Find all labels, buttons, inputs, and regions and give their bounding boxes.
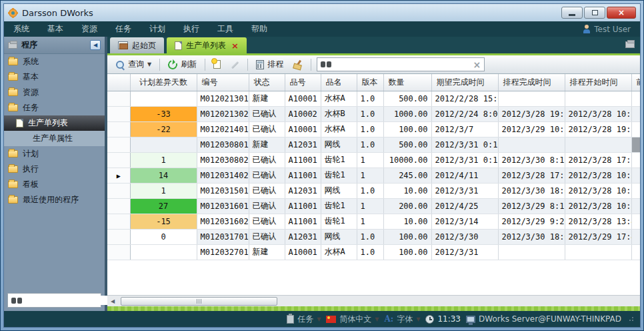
cell-name[interactable]: 齿轮1	[321, 168, 357, 183]
new-button[interactable]	[211, 59, 223, 70]
cell-name[interactable]: 水杯A	[321, 121, 357, 137]
cell-name[interactable]: 水杯A	[321, 91, 357, 106]
cell-ver[interactable]: 1.0	[357, 183, 383, 198]
tab-start-page[interactable]: 起始页	[110, 37, 164, 53]
cell-diff[interactable]	[130, 137, 197, 152]
column-header-diff[interactable]: 计划差异天数	[130, 74, 197, 91]
cell-item[interactable]: A12031	[285, 229, 321, 244]
cell-qty[interactable]: 10000.00	[383, 152, 431, 168]
cell-sched_end[interactable]: 2012/3/30 18:00	[498, 183, 565, 198]
cell-item[interactable]: A11001	[285, 168, 321, 183]
row-selector-cell[interactable]	[107, 229, 130, 244]
cell-name[interactable]: 网线	[321, 183, 357, 198]
grid-search-input[interactable]	[335, 60, 469, 69]
cell-diff[interactable]: 1	[130, 152, 197, 168]
tab-production-order-list[interactable]: 生产单列表 ×	[167, 37, 247, 53]
sidebar-item-生产单列表[interactable]: 生产单列表	[4, 115, 105, 131]
row-selector-cell[interactable]	[107, 106, 130, 121]
cell-due[interactable]: 2012/3/31 0:10	[431, 137, 498, 152]
cell-ver[interactable]: 1.0	[357, 106, 383, 121]
cell-qty[interactable]: 10.00	[383, 214, 431, 229]
cell-diff[interactable]: -22	[130, 121, 197, 137]
cell-sched_end[interactable]: 2012/3/30 18:00	[498, 229, 565, 244]
sidebar-item-计划[interactable]: 计划	[4, 146, 105, 161]
edit-button[interactable]	[227, 59, 242, 71]
grid-search-clear-icon[interactable]: ×	[473, 59, 481, 70]
menu-item-工具[interactable]: 工具	[217, 23, 233, 35]
cell-sched_end[interactable]: 2012/3/29 9:20	[498, 214, 565, 229]
cell-item[interactable]: A10001	[285, 91, 321, 106]
cell-diff[interactable]	[130, 91, 197, 106]
cell-diff[interactable]: 27	[130, 198, 197, 214]
cell-name[interactable]: 网线	[321, 137, 357, 152]
cell-item[interactable]: A12031	[285, 183, 321, 198]
cell-extra[interactable]: #	[631, 137, 640, 152]
query-dropdown-icon[interactable]: ▼	[147, 61, 151, 67]
sidebar-item-生产单属性[interactable]: 生产单属性	[4, 131, 105, 146]
statusbar-font-menu[interactable]: A: 字体 ▼	[385, 314, 421, 325]
table-row[interactable]: M012030801新建A12031网线1.0500.002012/3/31 0…	[107, 137, 640, 152]
cell-name[interactable]: 水杯B	[321, 106, 357, 121]
column-header-sched_start[interactable]: 排程开始时间	[565, 74, 631, 91]
cell-ver[interactable]: 1	[357, 152, 383, 168]
cell-sched_start[interactable]: 2012/3/28 10:52	[565, 168, 631, 183]
row-selector-cell[interactable]	[107, 183, 130, 198]
cell-ver[interactable]: 1.0	[357, 121, 383, 137]
table-row[interactable]: ▶14M012031402已确认A11001齿轮11245.002012/4/1…	[107, 168, 640, 183]
table-row[interactable]: -33M012021302已确认A10002水杯B1.01000.002012/…	[107, 106, 640, 121]
cell-sched_start[interactable]: 2012/3/28 17:13	[565, 152, 631, 168]
column-header-ver[interactable]: 版本	[357, 74, 383, 91]
menu-item-任务[interactable]: 任务	[115, 23, 131, 35]
cell-name[interactable]: 齿轮1	[321, 198, 357, 214]
row-selector-cell[interactable]	[107, 91, 130, 106]
user-indicator[interactable]: Test User	[583, 25, 631, 34]
cell-no[interactable]: M012031402	[197, 168, 249, 183]
cell-qty[interactable]: 500.00	[383, 91, 431, 106]
cell-status[interactable]: 已确认	[249, 229, 285, 244]
cell-name[interactable]: 齿轮1	[321, 214, 357, 229]
cell-sched_start[interactable]: 2012/3/28 19:10	[565, 121, 631, 137]
cell-qty[interactable]: 500.00	[383, 137, 431, 152]
row-selector-cell[interactable]	[107, 214, 130, 229]
cell-status[interactable]: 已确认	[249, 168, 285, 183]
cell-due[interactable]: 2012/3/31	[431, 244, 498, 260]
cell-status[interactable]: 新建	[249, 137, 285, 152]
current-row-indicator[interactable]: ▶	[107, 168, 130, 183]
cell-sched_start[interactable]	[565, 91, 631, 106]
cell-qty[interactable]: 10.00	[383, 183, 431, 198]
cell-ver[interactable]: 1.0	[357, 91, 383, 106]
menu-item-系统[interactable]: 系统	[13, 23, 29, 35]
cell-due[interactable]: 2012/4/25	[431, 198, 498, 214]
cell-name[interactable]: 齿轮1	[321, 152, 357, 168]
row-selector-cell[interactable]	[107, 152, 130, 168]
cell-due[interactable]: 2012/3/7	[431, 121, 498, 137]
cell-sched_end[interactable]: 2012/3/28 19:10	[498, 106, 565, 121]
column-header-status[interactable]: 状态	[249, 74, 285, 91]
column-header-item[interactable]: 品号	[285, 74, 321, 91]
cell-sched_end[interactable]: 2012/3/30 8:15	[498, 152, 565, 168]
cell-sched_start[interactable]: 2012/3/28 10:52	[565, 183, 631, 198]
grid-search-box[interactable]: ×	[317, 57, 485, 71]
query-button[interactable]: 查询 ▼	[113, 57, 154, 71]
cell-status[interactable]: 已确认	[249, 121, 285, 137]
tab-close-icon[interactable]: ×	[231, 41, 239, 51]
close-button[interactable]: ×	[607, 7, 636, 19]
cell-sched_end[interactable]: 2012/3/28 17:13	[498, 168, 565, 183]
cell-extra[interactable]	[631, 91, 640, 106]
menu-item-资源[interactable]: 资源	[81, 23, 97, 35]
resize-grip[interactable]	[629, 317, 633, 321]
cell-ver[interactable]: 1	[357, 198, 383, 214]
table-row[interactable]: -15M012031602已确认A11001齿轮1110.002012/3/14…	[107, 214, 640, 229]
cell-name[interactable]: 网线	[321, 229, 357, 244]
cell-item[interactable]: A11001	[285, 214, 321, 229]
cell-due[interactable]: 2012/2/28 15:00	[431, 91, 498, 106]
cell-no[interactable]: M012032701	[197, 244, 249, 260]
cell-due[interactable]: 2012/3/14	[431, 214, 498, 229]
cell-extra[interactable]	[631, 198, 640, 214]
row-selector-cell[interactable]	[107, 121, 130, 137]
cell-ver[interactable]: 1.0	[357, 137, 383, 152]
table-row[interactable]: M012032701新建A10001水杯A1.0100.002012/3/31	[107, 244, 640, 260]
refresh-button[interactable]: 刷新	[165, 57, 199, 71]
cell-no[interactable]: M012021301	[197, 91, 249, 106]
row-selector-cell[interactable]	[107, 198, 130, 214]
